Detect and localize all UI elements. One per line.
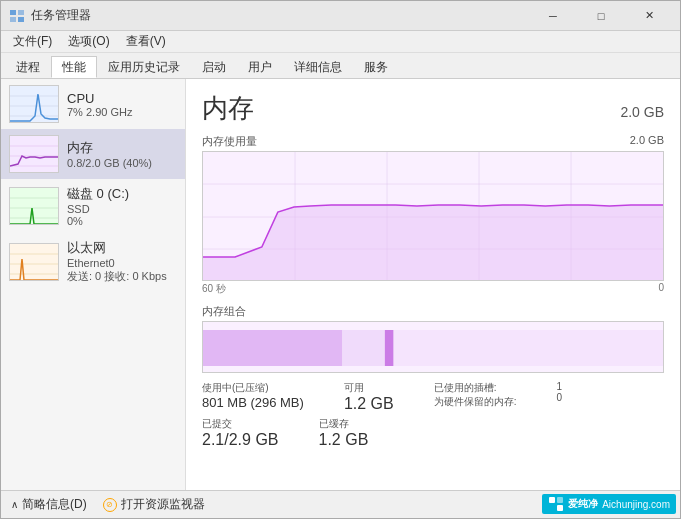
watermark-text: 爱纯净: [568, 497, 598, 511]
memory-info: 内存 0.8/2.0 GB (40%): [67, 139, 177, 169]
sidebar-item-cpu[interactable]: CPU 7% 2.90 GHz: [1, 79, 185, 129]
network-info: 以太网 Ethernet0 发送: 0 接收: 0 Kbps: [67, 239, 177, 284]
sidebar-item-disk[interactable]: 磁盘 0 (C:) SSD 0%: [1, 179, 185, 233]
svg-rect-35: [557, 505, 563, 511]
svg-rect-1: [18, 10, 24, 15]
open-monitor-button[interactable]: ⊘ 打开资源监视器: [103, 496, 205, 513]
main-content: CPU 7% 2.90 GHz 内存 0.8/2.: [1, 79, 680, 490]
memory-sub: 0.8/2.0 GB (40%): [67, 157, 177, 169]
stat-available: 可用 1.2 GB: [344, 381, 394, 413]
memory-title: 内存: [67, 139, 177, 157]
stat-row-2: 已提交 2.1/2.9 GB 已缓存 1.2 GB: [202, 417, 664, 449]
stat-cached-value: 1.2 GB: [319, 431, 369, 449]
stat-cached: 已缓存 1.2 GB: [319, 417, 369, 449]
disk-sub2: 0%: [67, 215, 177, 227]
section-title: 内存: [202, 91, 254, 126]
summary-toggle[interactable]: ∧ 简略信息(D): [11, 496, 87, 513]
svg-rect-32: [385, 330, 394, 366]
title-bar: 任务管理器 ─ □ ✕: [1, 1, 680, 31]
svg-rect-0: [10, 10, 16, 15]
stat-used-slots: 已使用的插槽: 为硬件保留的内存:: [434, 381, 517, 413]
monitor-label: 打开资源监视器: [121, 496, 205, 513]
tab-services[interactable]: 服务: [353, 56, 399, 78]
network-sub1: Ethernet0: [67, 257, 177, 269]
cpu-title: CPU: [67, 91, 177, 106]
svg-rect-12: [10, 188, 59, 225]
stat-hardware-value: 0: [556, 392, 562, 403]
stat-hardware-label: 为硬件保留的内存:: [434, 395, 517, 409]
stat-in-use-value: 801 MB (296 MB): [202, 395, 304, 410]
stats-section: 使用中(已压缩) 801 MB (296 MB) 可用 1.2 GB 已使用的插…: [202, 381, 664, 449]
close-button[interactable]: ✕: [626, 1, 672, 31]
main-chart-section: 内存使用量 2.0 GB: [202, 134, 664, 296]
left-panel: CPU 7% 2.90 GHz 内存 0.8/2.: [1, 79, 186, 490]
combo-memory-chart: [202, 321, 664, 373]
maximize-button[interactable]: □: [578, 1, 624, 31]
cpu-info: CPU 7% 2.90 GHz: [67, 91, 177, 118]
svg-rect-31: [342, 330, 385, 366]
summary-label: 简略信息(D): [22, 496, 87, 513]
time-right-label: 0: [658, 282, 664, 296]
combo-label: 内存组合: [202, 304, 664, 319]
combo-chart-section: 内存组合: [202, 304, 664, 373]
svg-rect-33: [393, 330, 663, 366]
window-controls: ─ □ ✕: [530, 1, 672, 31]
network-sub2: 发送: 0 接收: 0 Kbps: [67, 269, 177, 284]
tab-process[interactable]: 进程: [5, 56, 51, 78]
stat-hw-values: 1 0: [556, 381, 562, 413]
svg-rect-3: [18, 17, 24, 22]
main-memory-chart: [202, 151, 664, 281]
stat-available-label: 可用: [344, 381, 394, 395]
section-value: 2.0 GB: [620, 104, 664, 120]
chevron-up-icon: ∧: [11, 499, 18, 510]
svg-rect-16: [10, 244, 59, 281]
chart-label-text: 内存使用量: [202, 134, 257, 149]
watermark-sub: Aichunjing.com: [602, 499, 670, 510]
menu-file[interactable]: 文件(F): [5, 31, 60, 53]
cpu-sub: 7% 2.90 GHz: [67, 106, 177, 118]
tab-details[interactable]: 详细信息: [283, 56, 353, 78]
stat-committed-value: 2.1/2.9 GB: [202, 431, 279, 449]
network-chart: [9, 243, 59, 281]
stat-committed: 已提交 2.1/2.9 GB: [202, 417, 279, 449]
tab-bar: 进程 性能 应用历史记录 启动 用户 详细信息 服务: [1, 53, 680, 79]
sidebar-item-network[interactable]: 以太网 Ethernet0 发送: 0 接收: 0 Kbps: [1, 233, 185, 290]
svg-rect-34: [549, 497, 555, 503]
svg-rect-36: [557, 497, 563, 503]
stat-row-1: 使用中(已压缩) 801 MB (296 MB) 可用 1.2 GB 已使用的插…: [202, 381, 664, 413]
tab-app-history[interactable]: 应用历史记录: [97, 56, 191, 78]
menu-bar: 文件(F) 选项(O) 查看(V): [1, 31, 680, 53]
cpu-chart: [9, 85, 59, 123]
stat-in-use: 使用中(已压缩) 801 MB (296 MB): [202, 381, 304, 413]
stat-committed-label: 已提交: [202, 417, 279, 431]
watermark: 爱纯净 Aichunjing.com: [542, 494, 676, 514]
stat-in-use-label: 使用中(已压缩): [202, 381, 304, 395]
chart-max-value: 2.0 GB: [630, 134, 664, 149]
stat-available-value: 1.2 GB: [344, 395, 394, 413]
menu-options[interactable]: 选项(O): [60, 31, 117, 53]
svg-rect-8: [10, 136, 59, 173]
task-manager-window: 任务管理器 ─ □ ✕ 文件(F) 选项(O) 查看(V) 进程 性能 应用历史…: [0, 0, 681, 519]
disk-sub1: SSD: [67, 203, 177, 215]
monitor-icon: ⊘: [103, 498, 117, 512]
minimize-button[interactable]: ─: [530, 1, 576, 31]
disk-chart: [9, 187, 59, 225]
stat-used-slots-value: 1: [556, 381, 562, 392]
chart-label-row: 内存使用量 2.0 GB: [202, 134, 664, 149]
window-title: 任务管理器: [31, 7, 530, 24]
chart-time-labels: 60 秒 0: [202, 282, 664, 296]
stat-used-slots-label: 已使用的插槽:: [434, 381, 517, 395]
network-title: 以太网: [67, 239, 177, 257]
disk-info: 磁盘 0 (C:) SSD 0%: [67, 185, 177, 227]
time-left-label: 60 秒: [202, 282, 226, 296]
sidebar-item-memory[interactable]: 内存 0.8/2.0 GB (40%): [1, 129, 185, 179]
right-header: 内存 2.0 GB: [202, 91, 664, 126]
disk-title: 磁盘 0 (C:): [67, 185, 177, 203]
tab-startup[interactable]: 启动: [191, 56, 237, 78]
menu-view[interactable]: 查看(V): [118, 31, 174, 53]
svg-rect-2: [10, 17, 16, 22]
watermark-icon: [548, 496, 564, 512]
tab-users[interactable]: 用户: [237, 56, 283, 78]
app-icon: [9, 8, 25, 24]
tab-performance[interactable]: 性能: [51, 56, 97, 78]
